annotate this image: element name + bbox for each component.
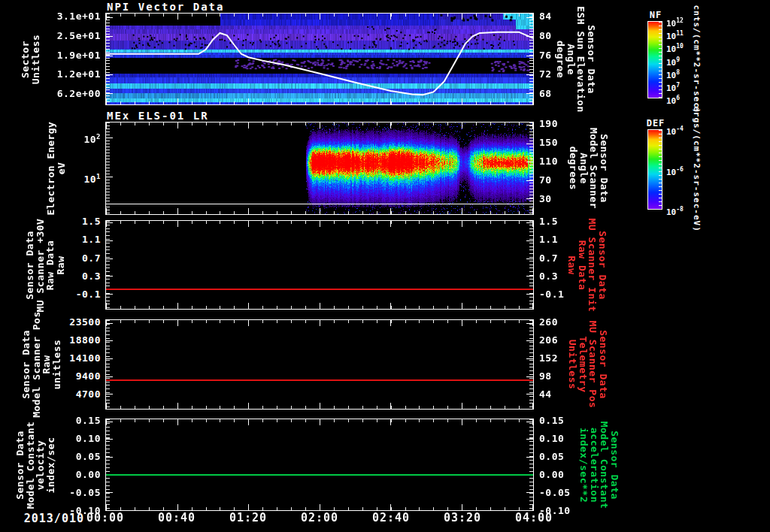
- x-axis-major-tick: [177, 221, 178, 227]
- x-axis-major-tick: [177, 98, 178, 104]
- axis-label-line: Sensor Data: [15, 431, 26, 500]
- x-axis-major-tick: [248, 419, 249, 425]
- data-line: [106, 289, 533, 290]
- x-axis-major-tick: [248, 221, 249, 227]
- x-axis-major-tick: [320, 419, 320, 425]
- axis-label-line: index/sec: [46, 437, 56, 493]
- x-axis-major-tick: [462, 320, 462, 326]
- y-axis-major-tick: [106, 439, 113, 440]
- x-axis-time-label: 02:40: [359, 511, 423, 524]
- x-axis-major-tick: [462, 303, 462, 309]
- x-axis-major-tick: [532, 419, 533, 425]
- y2-axis-major-tick: [526, 492, 533, 493]
- x-axis-major-tick: [177, 320, 178, 326]
- y2-axis-major-tick: [526, 125, 533, 125]
- panel1-left-axis-label: SectorUnitless: [20, 34, 41, 84]
- axis-label-line: MU Scanner Pos: [588, 321, 599, 409]
- axis-label-line: Raw Data: [578, 240, 588, 290]
- x-axis-major-tick: [462, 403, 462, 409]
- axis-label-line: Raw: [41, 355, 52, 374]
- x-axis-major-tick: [390, 403, 391, 409]
- y2-axis-major-tick: [526, 180, 533, 181]
- x-axis-major-tick: [248, 320, 249, 326]
- panel-mu-scanner-30v: [105, 220, 534, 310]
- colorbar-tick-label: 107: [666, 81, 680, 93]
- x-axis-major-tick: [390, 419, 391, 425]
- x-axis-major-tick: [532, 14, 533, 20]
- axis-label-line: Sensor Data: [25, 231, 35, 300]
- x-axis-major-tick: [320, 122, 320, 128]
- y-axis-major-tick: [106, 422, 113, 422]
- panel2-title: MEx ELS-01 LR: [107, 110, 209, 122]
- axis-label-line: Angle: [566, 44, 577, 75]
- y-axis-major-tick: [106, 17, 113, 18]
- x-axis-major-tick: [462, 14, 462, 20]
- x-axis-major-tick: [462, 419, 462, 425]
- y2-axis-major-tick: [526, 162, 533, 162]
- y-axis-major-tick: [106, 340, 113, 341]
- x-axis-major-tick: [177, 303, 178, 309]
- x-axis-major-tick: [106, 419, 107, 425]
- y-axis-tick-label: 3.1e+01: [0, 11, 101, 22]
- axis-label-line: Sensor Data: [610, 431, 620, 500]
- x-axis-major-tick: [177, 504, 178, 510]
- y-axis-major-tick: [106, 138, 113, 138]
- x-axis-major-tick: [390, 208, 391, 214]
- panel1-title: NPI Vector Data: [107, 1, 224, 13]
- axis-label-line: eV: [56, 162, 66, 175]
- y-axis-minor-ticks-right: [529, 14, 533, 104]
- x-axis-major-tick: [320, 208, 320, 214]
- plot-screen: NPI Vector Data MEx ELS-01 LR NF cnts/(c…: [0, 0, 770, 532]
- y-axis-minor-ticks-left: [106, 221, 110, 309]
- axis-label-line: Raw Data: [45, 240, 56, 290]
- axis-label-line: Model Scanner Pos: [32, 311, 42, 418]
- x-axis-major-tick: [320, 403, 320, 409]
- axis-label-line: Telemetry: [578, 337, 589, 393]
- y2-axis-major-tick: [526, 394, 533, 394]
- axis-label-line: Unitless: [30, 34, 41, 84]
- axis-label-line: ESH Sun Elevation: [576, 6, 587, 113]
- x-axis-time-label: 01:20: [217, 511, 280, 524]
- y-axis-major-tick: [106, 222, 113, 223]
- x-axis-major-tick: [177, 14, 178, 20]
- y2-axis-major-tick: [526, 222, 533, 223]
- x-axis-major-tick: [320, 303, 320, 309]
- y2-axis-major-tick: [526, 422, 533, 422]
- axis-label-line: degrees: [568, 147, 579, 190]
- y-axis-minor-ticks-right: [529, 419, 533, 510]
- y-axis-major-tick: [106, 394, 113, 394]
- x-axis-major-tick: [106, 14, 107, 20]
- y2-axis-major-tick: [526, 358, 533, 359]
- y-axis-major-tick: [106, 457, 113, 458]
- x-axis-major-tick: [462, 221, 462, 227]
- x-axis-major-tick: [532, 208, 533, 214]
- axis-label-line: Sensor Data: [599, 330, 609, 399]
- axis-label-line: Sensor Data: [587, 25, 597, 94]
- y2-axis-major-tick: [526, 340, 533, 341]
- axis-label-line: Model Scanner: [589, 128, 599, 209]
- x-axis-major-tick: [106, 303, 107, 309]
- x-axis-major-tick: [532, 303, 533, 309]
- x-axis-time-label: 03:20: [431, 511, 494, 524]
- axis-label-line: MU Scanner +30V: [35, 218, 46, 312]
- x-axis-major-tick: [177, 403, 178, 409]
- axis-label-line: degree: [556, 41, 566, 78]
- def-colorbar-title: DEF: [645, 118, 666, 128]
- x-axis-major-tick: [320, 504, 320, 510]
- x-axis-time-label: 00:00: [74, 511, 137, 524]
- x-axis-major-tick: [320, 14, 320, 20]
- x-axis-time-label: 04:00: [502, 511, 565, 524]
- panel4-right-axis-label: Sensor DataMU Scanner PosTelemetryUnitle…: [568, 321, 608, 409]
- axis-label-line: Model Constant: [26, 421, 36, 509]
- axis-label-line: Raw: [567, 255, 578, 274]
- panel3-right-axis-label: Sensor DataMU Scanner InitRaw DataRaw: [567, 218, 608, 312]
- axis-label-line: Raw: [56, 255, 66, 274]
- y-axis-tick-label: 1.2e+01: [0, 69, 101, 80]
- y-axis-major-tick: [106, 36, 113, 37]
- y-axis-tick-label: 2.5e+01: [0, 31, 101, 41]
- panel5-right-axis-label: Sensor DataModel Constantaccelerationind…: [579, 421, 620, 509]
- x-axis-major-tick: [248, 208, 249, 214]
- colorbar-tick-label: 1011: [666, 29, 684, 41]
- axis-label-line: Sensor Data: [599, 134, 610, 203]
- panel1-right-axis-label: Sensor DataESH Sun ElevationAngledegree: [556, 6, 596, 113]
